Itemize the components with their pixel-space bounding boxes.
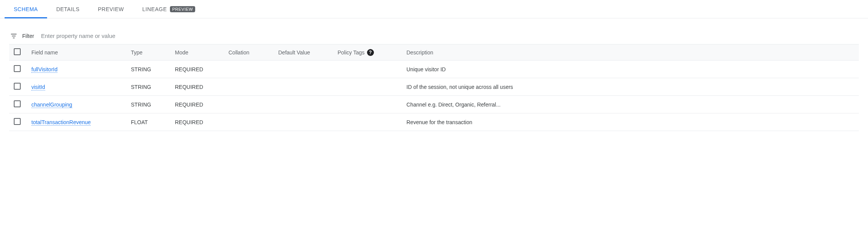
field-policy (334, 78, 403, 96)
col-description: Description (403, 44, 859, 61)
col-type: Type (128, 44, 172, 61)
tab-details-label: DETAILS (56, 6, 80, 12)
tab-lineage-badge: PREVIEW (170, 6, 195, 12)
table-row: channelGroupingSTRINGREQUIREDChannel e.g… (9, 96, 859, 113)
field-collation (225, 61, 275, 78)
filter-label: Filter (22, 33, 34, 39)
row-checkbox[interactable] (14, 118, 21, 125)
row-checkbox[interactable] (14, 65, 21, 72)
tab-details[interactable]: DETAILS (47, 0, 89, 18)
field-collation (225, 113, 275, 131)
field-mode: REQUIRED (172, 96, 225, 113)
field-type: STRING (128, 78, 172, 96)
field-description: Revenue for the transaction (403, 113, 859, 131)
table-row: fullVisitorIdSTRINGREQUIREDUnique visito… (9, 61, 859, 78)
field-description: Unique visitor ID (403, 61, 859, 78)
field-name-link[interactable]: visitId (31, 84, 45, 90)
tab-bar: SCHEMA DETAILS PREVIEW LINEAGE PREVIEW (0, 0, 868, 18)
field-name-link[interactable]: fullVisitorId (31, 66, 57, 73)
filter-input[interactable] (40, 32, 859, 39)
col-field-name: Field name (28, 44, 128, 61)
table-row: totalTransactionRevenueFLOATREQUIREDReve… (9, 113, 859, 131)
row-checkbox[interactable] (14, 100, 21, 107)
tab-lineage[interactable]: LINEAGE PREVIEW (133, 0, 204, 18)
field-collation (225, 78, 275, 96)
field-description: Channel e.g. Direct, Organic, Referral..… (403, 96, 859, 113)
field-type: FLOAT (128, 113, 172, 131)
field-policy (334, 96, 403, 113)
row-checkbox[interactable] (14, 83, 21, 90)
field-default (275, 61, 334, 78)
field-description: ID of the session, not unique across all… (403, 78, 859, 96)
tab-preview-label: PREVIEW (98, 6, 124, 12)
field-type: STRING (128, 61, 172, 78)
tab-lineage-label: LINEAGE (142, 6, 167, 12)
field-mode: REQUIRED (172, 113, 225, 131)
filter-icon (9, 31, 18, 41)
select-all-checkbox[interactable] (14, 48, 21, 55)
field-mode: REQUIRED (172, 61, 225, 78)
filter-row: Filter (9, 28, 859, 44)
schema-table: Field name Type Mode Collation Default V… (9, 44, 859, 131)
col-policy-tags-label: Policy Tags (338, 49, 365, 56)
field-name-link[interactable]: totalTransactionRevenue (31, 119, 91, 126)
field-policy (334, 61, 403, 78)
field-default (275, 113, 334, 131)
help-icon[interactable]: ? (367, 49, 374, 56)
col-default-value: Default Value (275, 44, 334, 61)
field-default (275, 96, 334, 113)
col-collation: Collation (225, 44, 275, 61)
tab-preview[interactable]: PREVIEW (89, 0, 133, 18)
field-default (275, 78, 334, 96)
table-row: visitIdSTRINGREQUIREDID of the session, … (9, 78, 859, 96)
tab-schema[interactable]: SCHEMA (5, 0, 47, 18)
col-policy-tags: Policy Tags ? (334, 44, 403, 61)
table-header-row: Field name Type Mode Collation Default V… (9, 44, 859, 61)
field-mode: REQUIRED (172, 78, 225, 96)
field-policy (334, 113, 403, 131)
field-type: STRING (128, 96, 172, 113)
field-collation (225, 96, 275, 113)
field-name-link[interactable]: channelGrouping (31, 102, 72, 108)
col-mode: Mode (172, 44, 225, 61)
tab-schema-label: SCHEMA (14, 6, 38, 12)
